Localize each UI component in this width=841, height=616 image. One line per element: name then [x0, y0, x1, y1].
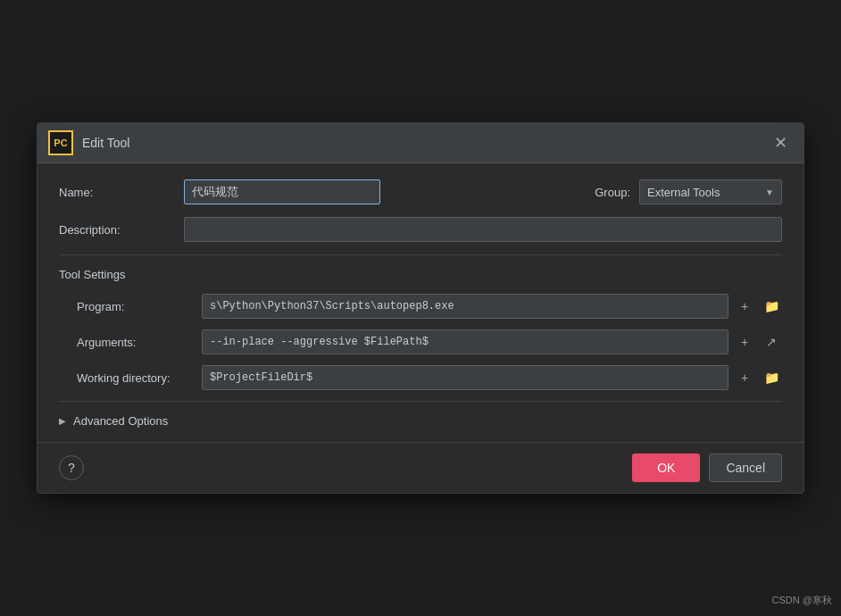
group-label: Group: [595, 186, 630, 199]
footer-buttons: OK Cancel [632, 454, 782, 482]
advanced-header[interactable]: ▶ Advanced Options [59, 414, 782, 428]
group-select[interactable]: External Tools ▼ [639, 179, 782, 204]
working-dir-row: Working directory: + 📁 [59, 365, 782, 390]
watermark: CSDN @寒秋 [772, 594, 832, 607]
program-input[interactable] [202, 294, 729, 319]
app-logo: PC [48, 130, 73, 155]
divider-1 [59, 254, 782, 255]
dropdown-arrow-icon: ▼ [765, 187, 774, 197]
ok-button[interactable]: OK [632, 454, 700, 482]
working-dir-input-container: + 📁 [202, 365, 782, 390]
close-button[interactable]: ✕ [769, 133, 793, 153]
dialog-footer: ? OK Cancel [37, 442, 804, 493]
working-dir-input[interactable] [202, 365, 729, 390]
group-section: Group: External Tools ▼ [595, 179, 782, 204]
arguments-input-container: + ↗ [202, 329, 782, 354]
tool-settings-section: Tool Settings Program: + 📁 Arguments: [59, 268, 782, 390]
advanced-label: Advanced Options [73, 414, 168, 428]
program-input-container: + 📁 [202, 294, 782, 319]
cancel-button[interactable]: Cancel [709, 454, 782, 482]
description-label: Description: [59, 223, 184, 237]
help-button[interactable]: ? [59, 455, 84, 480]
program-plus-button[interactable]: + [734, 296, 755, 317]
working-dir-plus-button[interactable]: + [734, 367, 755, 388]
arguments-expand-button[interactable]: ↗ [761, 331, 782, 353]
triangle-icon: ▶ [59, 416, 66, 426]
name-input[interactable] [184, 179, 380, 204]
name-label: Name: [59, 186, 184, 199]
working-dir-label: Working directory: [59, 371, 202, 385]
expand-icon: ↗ [766, 335, 777, 349]
arguments-plus-button[interactable]: + [734, 331, 755, 353]
dialog-body: Name: Group: External Tools ▼ Descriptio… [37, 163, 804, 442]
name-group-row: Name: Group: External Tools ▼ [59, 179, 782, 204]
arguments-row: Arguments: + ↗ [59, 329, 782, 354]
name-section: Name: [59, 179, 568, 204]
program-label: Program: [59, 300, 202, 313]
program-row: Program: + 📁 [59, 294, 782, 319]
working-dir-folder-button[interactable]: 📁 [761, 367, 782, 388]
group-select-text: External Tools [647, 186, 760, 199]
description-row: Description: [59, 217, 782, 242]
program-folder-button[interactable]: 📁 [761, 296, 782, 317]
arguments-label: Arguments: [59, 336, 202, 349]
description-input[interactable] [184, 217, 782, 242]
edit-tool-dialog: PC Edit Tool ✕ Name: Group: External Too… [37, 122, 804, 494]
tool-settings-title: Tool Settings [59, 268, 782, 281]
dialog-title: Edit Tool [82, 136, 129, 150]
title-left: PC Edit Tool [48, 130, 129, 155]
title-bar: PC Edit Tool ✕ [37, 123, 804, 163]
folder-icon: 📁 [764, 299, 779, 313]
advanced-section: ▶ Advanced Options [59, 401, 782, 428]
arguments-input[interactable] [202, 329, 729, 354]
folder-icon-2: 📁 [764, 370, 779, 385]
